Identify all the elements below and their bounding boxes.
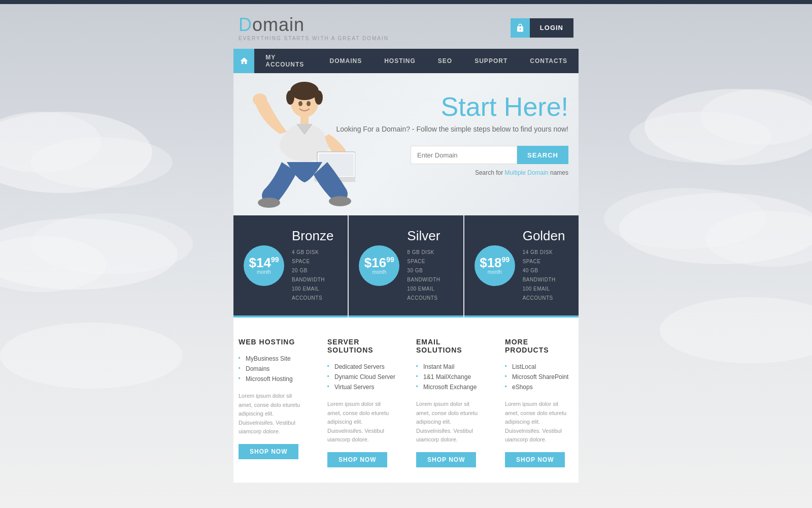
product-desc-server-solutions: Lorem ipsum dolor sit amet, conse dolo e… [327,400,396,444]
price-circle-golden: $1899 month [475,245,515,286]
login-button[interactable]: LOGIN [530,18,573,38]
svg-point-12 [604,188,766,249]
pricing-feature-silver-3: 100 EMAIL ACCOUNTS [407,284,453,303]
nav-home-button[interactable] [233,49,254,73]
product-title-web-hosting: WEB HOSTING [239,338,307,346]
svg-point-0 [0,112,152,193]
product-list-email-solutions: Instant Mail 1&1 MailXchange Microsoft E… [416,362,485,392]
pricing-section: $1499 month Bronze 4 GB DISK SPACE 20 GB… [233,215,579,318]
list-item: Virtual Servers [327,382,396,392]
price-amount-golden: $1899 [480,256,510,269]
list-item: Domains [239,364,307,374]
domain-search-row: SEARCH [336,146,568,164]
price-period-bronze: month [257,269,271,275]
pricing-feature-bronze-3: 100 EMAIL ACCOUNTS [292,284,337,303]
pricing-info-golden: Golden 14 GB DISK SPACE 40 GB BANDWIDTH … [523,228,568,303]
nav-item-hosting[interactable]: HOSTING [373,49,427,73]
hero-section: Start Here! Looking For a Domain? - Foll… [233,73,579,215]
multiple-domain-link[interactable]: Multiple Domain [505,169,549,176]
svg-point-8 [700,89,812,145]
product-list-server-solutions: Dedicated Servers Dynamic Cloud Server V… [327,362,396,392]
pricing-card-golden: $1899 month Golden 14 GB DISK SPACE 40 G… [464,215,579,318]
navigation: MY ACCOUNTS DOMAINS HOSTING SEO SUPPORT … [233,49,579,73]
product-desc-more-products: Lorem ipsum dolor sit amet, conse dolo e… [505,400,573,444]
svg-point-15 [290,82,319,100]
pricing-name-bronze: Bronze [292,228,337,244]
lock-icon-box [511,18,530,38]
pricing-name-golden: Golden [523,228,568,244]
svg-point-2 [30,137,173,188]
nav-item-contacts[interactable]: CONTACTS [519,49,579,73]
product-title-email-solutions: EMAIL SOLUTIONS [416,338,485,354]
list-item: 1&1 MailXchange [416,372,485,382]
price-amount-silver: $1699 [364,256,394,269]
hero-content: Start Here! Looking For a Domain? - Foll… [336,93,568,176]
search-button[interactable]: SEARCH [517,146,568,164]
svg-point-4 [0,236,107,292]
nav-item-domains[interactable]: DOMAINS [319,49,374,73]
multiple-domain-text: Search for Multiple Domain names [336,169,568,176]
product-col-email-solutions: EMAIL SOLUTIONS Instant Mail 1&1 MailXch… [411,338,490,467]
logo: Domain Everything Starts With A Great Do… [239,14,389,41]
svg-point-1 [0,112,101,173]
main-container: MY ACCOUNTS DOMAINS HOSTING SEO SUPPORT … [233,49,579,483]
price-circle-bronze: $1499 month [244,245,284,286]
pricing-card-silver: $1699 month Silver 8 GB DISK SPACE 30 GB… [349,215,463,318]
pricing-feature-bronze-1: 4 GB DISK SPACE [292,248,337,266]
product-col-server-solutions: SERVER SOLUTIONS Dedicated Servers Dynam… [322,338,401,467]
pricing-name-silver: Silver [407,228,453,244]
product-desc-web-hosting: Lorem ipsum dolor sit amet, conse dolo e… [239,392,307,436]
svg-point-5 [30,213,193,274]
shop-now-button-more-products[interactable]: SHOP NOW [505,452,565,467]
domain-search-input[interactable] [411,146,517,164]
pricing-feature-silver-1: 8 GB DISK SPACE [407,248,453,266]
pricing-feature-golden-1: 14 GB DISK SPACE [523,248,568,266]
pricing-card-bronze: $1499 month Bronze 4 GB DISK SPACE 20 GB… [233,215,348,318]
lock-icon [516,23,525,33]
shop-now-button-server-solutions[interactable]: SHOP NOW [327,452,387,467]
shop-now-button-web-hosting[interactable]: SHOP NOW [239,444,298,459]
list-item: Microsoft SharePoint [505,372,573,382]
pricing-info-silver: Silver 8 GB DISK SPACE 30 GB BANDWIDTH 1… [407,228,453,303]
svg-point-11 [705,211,812,267]
pricing-feature-golden-2: 40 GB BANDWIDTH [523,266,568,284]
svg-point-9 [629,112,771,163]
pricing-feature-silver-2: 30 GB BANDWIDTH [407,266,453,284]
svg-point-19 [307,101,311,106]
products-section: WEB HOSTING MyBusiness Site Domains Micr… [233,318,579,483]
list-item: eShops [505,382,573,392]
list-item: Dynamic Cloud Server [327,372,396,382]
svg-point-7 [645,89,812,165]
list-item: Instant Mail [416,362,485,372]
hero-title: Start Here! [336,93,568,120]
svg-point-6 [0,323,183,389]
product-col-web-hosting: WEB HOSTING MyBusiness Site Domains Micr… [233,338,312,467]
product-desc-email-solutions: Lorem ipsum dolor sit amet, conse dolo e… [416,400,485,444]
svg-point-16 [286,90,294,105]
svg-point-18 [298,101,302,106]
home-icon [240,56,249,66]
pricing-info-bronze: Bronze 4 GB DISK SPACE 20 GB BANDWIDTH 1… [292,228,337,303]
shop-now-button-email-solutions[interactable]: SHOP NOW [416,452,476,467]
login-button-group[interactable]: LOGIN [511,18,573,38]
nav-item-seo[interactable]: SEO [427,49,463,73]
svg-point-17 [315,90,323,105]
product-list-more-products: ListLocal Microsoft SharePoint eShops [505,362,573,392]
svg-point-26 [329,196,351,206]
svg-point-10 [619,193,812,264]
pricing-feature-bronze-2: 20 GB BANDWIDTH [292,266,337,284]
svg-point-25 [258,198,280,208]
list-item: Microsoft Exchange [416,382,485,392]
nav-item-my-accounts[interactable]: MY ACCOUNTS [254,49,318,73]
product-title-more-products: MORE PRODUCTS [505,338,573,354]
list-item: MyBusiness Site [239,354,307,364]
svg-point-3 [0,218,178,290]
product-title-server-solutions: SERVER SOLUTIONS [327,338,396,354]
price-period-golden: month [488,269,502,275]
list-item: ListLocal [505,362,573,372]
hero-subtitle: Looking For a Domain? - Follow the simpl… [336,125,568,133]
logo-subtitle: Everything Starts With A Great Domain [239,36,389,41]
nav-item-support[interactable]: SUPPORT [463,49,519,73]
header: Domain Everything Starts With A Great Do… [233,4,579,49]
product-col-more-products: MORE PRODUCTS ListLocal Microsoft ShareP… [500,338,579,467]
